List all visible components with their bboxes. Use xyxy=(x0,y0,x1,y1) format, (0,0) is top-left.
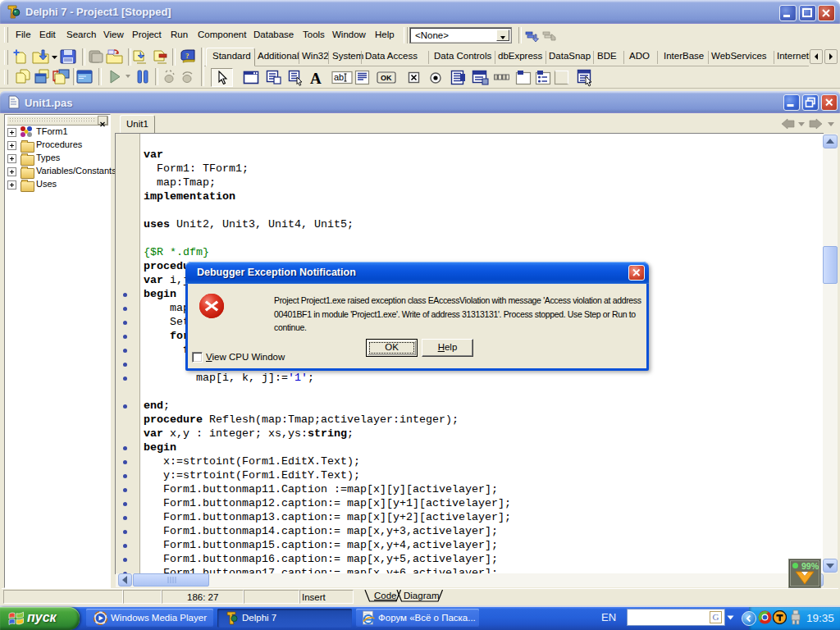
svg-text:OK: OK xyxy=(381,74,392,82)
svg-text:?: ? xyxy=(185,52,189,60)
svg-text:ab: ab xyxy=(334,72,344,82)
